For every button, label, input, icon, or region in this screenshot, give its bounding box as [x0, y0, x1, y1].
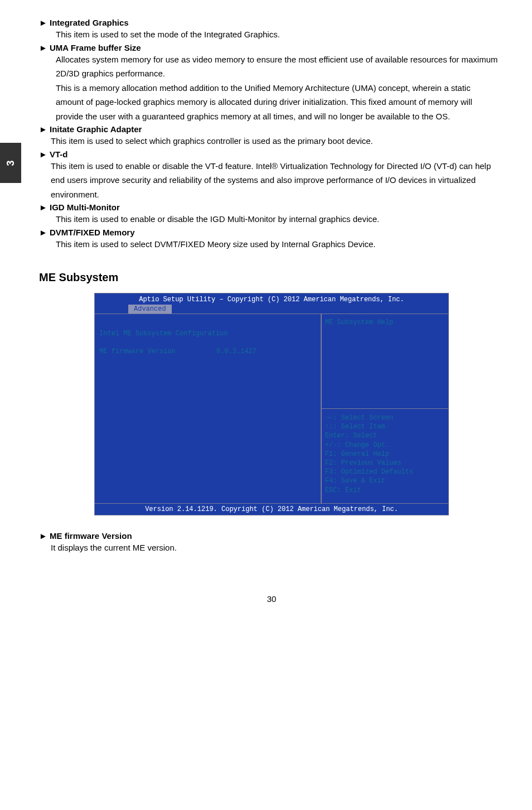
item-vt-d: ► VT-d This item is used to enable or di… [39, 150, 504, 202]
chapter-tab-label: 3 [4, 160, 16, 166]
item-initate-graphic-adapter: ► Initate Graphic Adapter This item is u… [39, 124, 504, 148]
bios-title: Aptio Setup Utility – Copyright (C) 2012… [95, 296, 448, 305]
item-heading: ► UMA Frame buffer Size [39, 43, 504, 52]
bios-tab-row: Advanced [95, 305, 448, 314]
item-heading: ► ME firmware Version [39, 531, 504, 541]
item-uma-frame-buffer: ► UMA Frame buffer Size Allocates system… [39, 43, 504, 124]
item-heading: ► DVMT/FIXED Memory [39, 228, 504, 237]
item-heading: ► VT-d [39, 150, 504, 159]
bios-key-hint: Enter: Select [325, 431, 445, 440]
bios-key-hint: ↑↓: Select Item [325, 422, 445, 431]
bios-keys-panel: →←: Select Screen ↑↓: Select Item Enter:… [321, 408, 448, 503]
bios-me-firmware-row: ME firmware Version 8.0.3.1427 [99, 348, 316, 355]
item-body: This is a memory allocation method addit… [56, 81, 499, 124]
bios-help-text: ME Subsystem Help [321, 314, 448, 408]
document-page: 3 ► Integrated Graphics This item is use… [0, 0, 532, 626]
item-me-firmware-version: ► ME firmware Version It displays the cu… [39, 531, 504, 555]
bios-key-hint: F3: Optimized Defaults [325, 467, 445, 476]
bios-key-hint: F2: Previous Values [325, 459, 445, 467]
me-subsystem-heading: ME Subsystem [39, 271, 504, 284]
bios-key-hint: ESC: Exit [325, 486, 445, 495]
bios-key-hint: →←: Select Screen [325, 413, 445, 422]
item-body: This item is used to select DVMT/FIXED M… [56, 237, 501, 252]
item-heading: ► IGD Multi-Monitor [39, 202, 504, 212]
item-body: This item is used to enable or disable t… [51, 159, 501, 202]
item-integrated-graphics: ► Integrated Graphics This item is used … [39, 18, 504, 42]
bios-me-firmware-value: 8.0.3.1427 [216, 348, 257, 355]
item-body: This item is used to enable or disable t… [56, 212, 501, 226]
bios-body: Intel ME Subsystem Configuration ME firm… [95, 314, 448, 503]
bios-footer: Version 2.14.1219. Copyright (C) 2012 Am… [95, 503, 448, 515]
bios-config-label: Intel ME Subsystem Configuration [99, 330, 316, 338]
item-heading: ► Integrated Graphics [39, 18, 504, 27]
item-body: Allocates system memory for use as video… [56, 52, 499, 81]
item-body: It displays the current ME version. [51, 541, 501, 555]
bios-screenshot: Aptio Setup Utility – Copyright (C) 2012… [94, 293, 449, 515]
bios-key-hint: +/-: Change Opt. [325, 441, 445, 450]
bios-me-firmware-label: ME firmware Version [99, 348, 216, 355]
item-igd-multi-monitor: ► IGD Multi-Monitor This item is used to… [39, 202, 504, 226]
item-body: This item is used to set the mode of the… [56, 27, 499, 42]
bios-right-panel: ME Subsystem Help →←: Select Screen ↑↓: … [321, 314, 448, 503]
page-number: 30 [39, 594, 504, 604]
item-dvmt-fixed-memory: ► DVMT/FIXED Memory This item is used to… [39, 228, 504, 252]
bios-key-hint: F1: General Help [325, 450, 445, 459]
item-body: This item is used to select which graphi… [51, 134, 501, 148]
bios-tab-advanced: Advanced [128, 305, 172, 314]
bios-left-panel: Intel ME Subsystem Configuration ME firm… [95, 314, 321, 503]
chapter-tab: 3 [0, 143, 21, 183]
bios-key-hint: F4: Save & Exit [325, 476, 445, 485]
bios-header: Aptio Setup Utility – Copyright (C) 2012… [95, 293, 448, 314]
item-heading: ► Initate Graphic Adapter [39, 124, 504, 134]
